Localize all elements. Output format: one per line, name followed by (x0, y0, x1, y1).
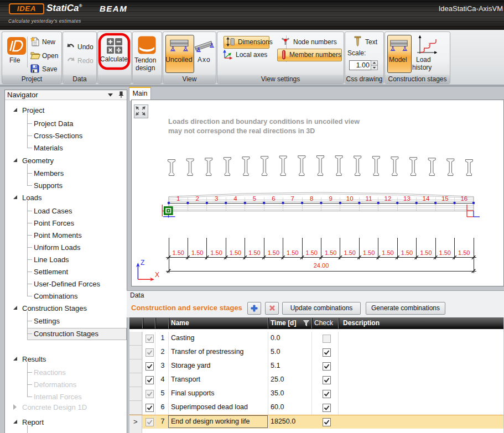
svg-text:16: 16 (460, 195, 467, 202)
svg-text:1.50: 1.50 (439, 249, 451, 256)
svg-text:1.50: 1.50 (325, 249, 336, 256)
svg-text:1.50: 1.50 (420, 249, 432, 256)
svg-text:13: 13 (403, 195, 411, 202)
svg-text:14: 14 (423, 195, 430, 202)
svg-text:Z: Z (141, 259, 144, 267)
svg-text:12: 12 (385, 195, 392, 202)
svg-text:9: 9 (329, 195, 332, 202)
svg-text:1.50: 1.50 (248, 249, 260, 256)
svg-text:1.50: 1.50 (172, 249, 184, 256)
svg-text:1.50: 1.50 (306, 249, 318, 256)
svg-text:1.50: 1.50 (363, 249, 375, 256)
svg-text:1.50: 1.50 (287, 249, 298, 256)
svg-text:11: 11 (366, 195, 372, 202)
svg-text:X: X (155, 271, 159, 279)
svg-text:5: 5 (253, 195, 256, 202)
svg-text:4: 4 (233, 195, 237, 202)
svg-text:1.50: 1.50 (344, 249, 355, 256)
svg-text:1: 1 (176, 195, 180, 202)
svg-text:2: 2 (195, 195, 199, 202)
svg-text:1.50: 1.50 (230, 249, 241, 256)
svg-text:7: 7 (291, 195, 294, 202)
svg-text:1.50: 1.50 (210, 249, 222, 256)
svg-text:10: 10 (346, 195, 354, 202)
svg-text:15: 15 (441, 195, 449, 202)
svg-text:1.50: 1.50 (191, 249, 203, 256)
svg-text:8: 8 (310, 195, 313, 202)
svg-text:24.00: 24.00 (314, 262, 329, 269)
svg-text:3: 3 (215, 195, 218, 202)
svg-text:1.50: 1.50 (382, 249, 393, 256)
svg-text:1.50: 1.50 (401, 249, 413, 256)
svg-text:1.50: 1.50 (268, 249, 279, 256)
svg-text:6: 6 (272, 195, 275, 202)
svg-text:1.50: 1.50 (458, 249, 470, 256)
